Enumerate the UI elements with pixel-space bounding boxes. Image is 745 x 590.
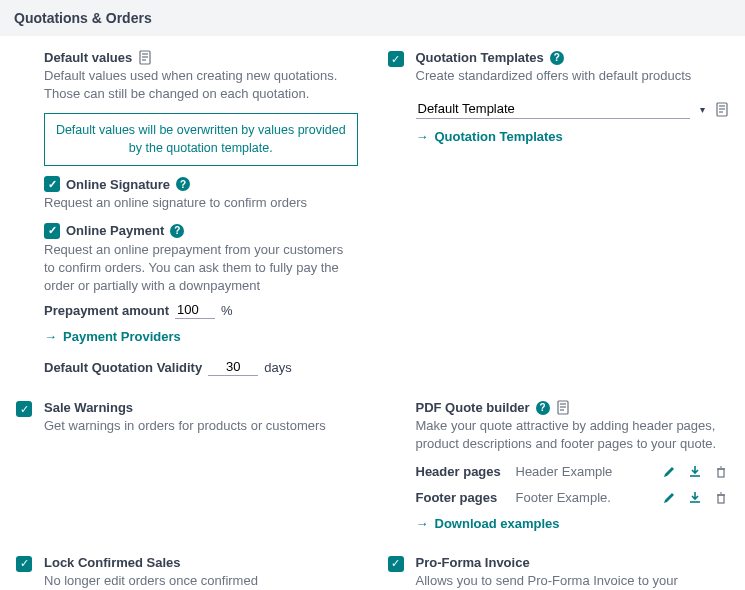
default-template-select[interactable]: [416, 99, 691, 119]
prepayment-label: Prepayment amount: [44, 303, 169, 318]
default-values-info: Default values will be overwritten by va…: [44, 113, 358, 166]
proforma-title: Pro-Forma Invoice: [416, 555, 530, 570]
section-header: Quotations & Orders: [0, 0, 745, 36]
prepayment-suffix: %: [221, 303, 233, 318]
document-icon[interactable]: [138, 50, 152, 65]
settings-content: Default values Default values used when …: [0, 36, 745, 590]
validity-input[interactable]: [208, 358, 258, 376]
validity-label: Default Quotation Validity: [44, 360, 202, 375]
lock-sales-title: Lock Confirmed Sales: [44, 555, 181, 570]
arrow-right-icon: →: [44, 329, 57, 344]
pencil-icon[interactable]: [661, 464, 677, 480]
quotation-templates-checkbox[interactable]: ✓: [388, 51, 404, 67]
online-signature-title: Online Signature: [66, 177, 170, 192]
proforma-desc: Allows you to send Pro-Forma Invoice to …: [416, 572, 730, 591]
download-icon[interactable]: [687, 464, 703, 480]
default-values-desc: Default values used when creating new qu…: [44, 67, 358, 103]
trash-icon[interactable]: [713, 490, 729, 506]
lock-sales-checkbox[interactable]: ✓: [16, 556, 32, 572]
header-pages-label: Header pages: [416, 464, 506, 479]
quotation-templates-desc: Create standardized offers with default …: [416, 67, 730, 85]
sale-warnings-title: Sale Warnings: [44, 400, 133, 415]
download-examples-link[interactable]: → Download examples: [416, 516, 730, 531]
help-icon[interactable]: ?: [536, 401, 550, 415]
lock-sales-desc: No longer edit orders once confirmed: [44, 572, 358, 590]
sale-warnings-checkbox[interactable]: ✓: [16, 401, 32, 417]
prepayment-input[interactable]: [175, 301, 215, 319]
quotation-templates-link[interactable]: → Quotation Templates: [416, 129, 730, 144]
footer-pages-value: Footer Example.: [516, 490, 611, 505]
online-payment-desc: Request an online prepayment from your c…: [44, 241, 358, 296]
help-icon[interactable]: ?: [170, 224, 184, 238]
online-payment-checkbox[interactable]: ✓: [44, 223, 60, 239]
online-payment-title: Online Payment: [66, 223, 164, 238]
download-icon[interactable]: [687, 490, 703, 506]
section-title: Quotations & Orders: [14, 10, 152, 26]
pdf-builder-title: PDF Quote builder: [416, 400, 530, 415]
proforma-checkbox[interactable]: ✓: [388, 556, 404, 572]
arrow-right-icon: →: [416, 129, 429, 144]
external-link-icon[interactable]: [715, 102, 729, 117]
default-values-title: Default values: [44, 50, 132, 65]
document-icon[interactable]: [556, 400, 570, 415]
validity-suffix: days: [264, 360, 291, 375]
payment-providers-link[interactable]: → Payment Providers: [44, 329, 358, 344]
pdf-builder-desc: Make your quote attractive by adding hea…: [416, 417, 730, 453]
trash-icon[interactable]: [713, 464, 729, 480]
online-signature-checkbox[interactable]: ✓: [44, 176, 60, 192]
footer-pages-label: Footer pages: [416, 490, 506, 505]
quotation-templates-title: Quotation Templates: [416, 50, 544, 65]
header-pages-value: Header Example: [516, 464, 613, 479]
help-icon[interactable]: ?: [550, 51, 564, 65]
arrow-right-icon: →: [416, 516, 429, 531]
online-signature-desc: Request an online signature to confirm o…: [44, 194, 358, 212]
sale-warnings-desc: Get warnings in orders for products or c…: [44, 417, 358, 435]
caret-down-icon[interactable]: ▾: [696, 104, 709, 115]
help-icon[interactable]: ?: [176, 177, 190, 191]
pencil-icon[interactable]: [661, 490, 677, 506]
